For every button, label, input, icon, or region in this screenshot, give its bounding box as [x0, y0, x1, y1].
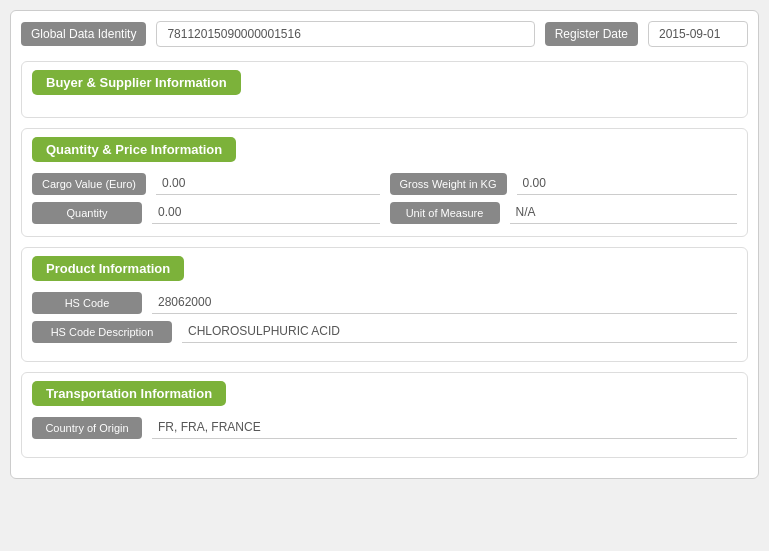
quantity-label: Quantity [32, 202, 142, 224]
register-value: 2015-09-01 [648, 21, 748, 47]
register-label: Register Date [545, 22, 638, 46]
hsdesc-value: CHLOROSULPHURIC ACID [182, 320, 737, 343]
hsdesc-label: HS Code Description [32, 321, 172, 343]
gross-value: 0.00 [517, 172, 738, 195]
coo-value: FR, FRA, FRANCE [152, 416, 737, 439]
gdi-value: 78112015090000001516 [156, 21, 534, 47]
uom-value: N/A [510, 201, 738, 224]
cargo-pair: Cargo Value (Euro) 0.00 [32, 172, 380, 195]
hscode-label: HS Code [32, 292, 142, 314]
gdi-label: Global Data Identity [21, 22, 146, 46]
uom-pair: Unit of Measure N/A [390, 201, 738, 224]
hscode-row: HS Code 28062000 [32, 291, 737, 314]
buyer-supplier-section: Buyer & Supplier Information [21, 61, 748, 118]
qp-row2: Quantity 0.00 Unit of Measure N/A [32, 201, 737, 224]
qp-row1: Cargo Value (Euro) 0.00 Gross Weight in … [32, 172, 737, 195]
gross-pair: Gross Weight in KG 0.00 [390, 172, 738, 195]
gross-label: Gross Weight in KG [390, 173, 507, 195]
quantity-price-section: Quantity & Price Information Cargo Value… [21, 128, 748, 237]
coo-label: Country of Origin [32, 417, 142, 439]
quantity-price-title: Quantity & Price Information [32, 137, 236, 162]
transportation-title: Transportation Information [32, 381, 226, 406]
product-section: Product Information HS Code 28062000 HS … [21, 247, 748, 362]
coo-row: Country of Origin FR, FRA, FRANCE [32, 416, 737, 439]
cargo-value: 0.00 [156, 172, 380, 195]
main-container: Global Data Identity 7811201509000000151… [10, 10, 759, 479]
uom-label: Unit of Measure [390, 202, 500, 224]
cargo-label: Cargo Value (Euro) [32, 173, 146, 195]
buyer-supplier-title: Buyer & Supplier Information [32, 70, 241, 95]
quantity-value: 0.00 [152, 201, 380, 224]
hscode-value: 28062000 [152, 291, 737, 314]
product-title: Product Information [32, 256, 184, 281]
transportation-section: Transportation Information Country of Or… [21, 372, 748, 458]
hsdesc-row: HS Code Description CHLOROSULPHURIC ACID [32, 320, 737, 343]
header-row: Global Data Identity 7811201509000000151… [21, 21, 748, 47]
quantity-pair: Quantity 0.00 [32, 201, 380, 224]
